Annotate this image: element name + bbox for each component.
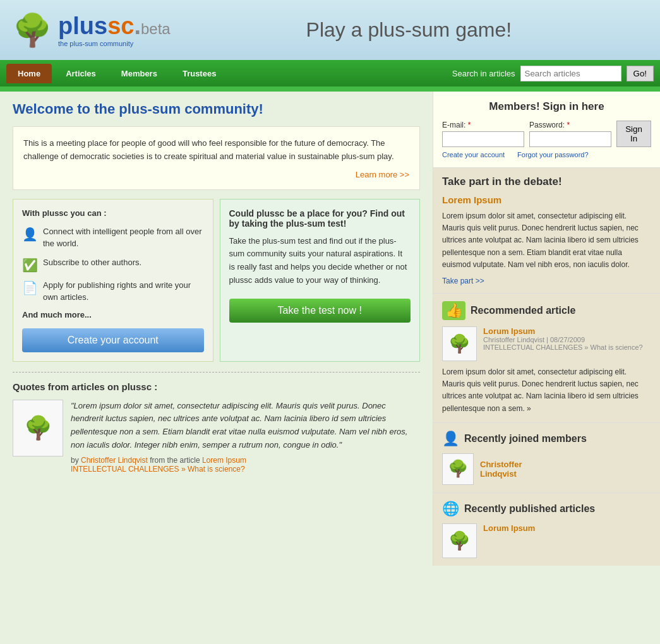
logo-text: plussc.beta the plus-sum community xyxy=(58,13,171,47)
members-header: 👤 Recently joined members xyxy=(442,431,651,447)
pub-article-title[interactable]: Lorum Ipsum xyxy=(483,523,535,533)
feature-text-2: Subscribe to other authors. xyxy=(43,256,141,269)
quote-text: "Lorem ipsum dolor sit amet, consectetur… xyxy=(71,400,420,452)
quote-article-link[interactable]: Lorem Ipsum xyxy=(202,456,246,465)
header-slogan: Play a plus-sum game! xyxy=(171,18,647,42)
subscribe-icon: ✅ xyxy=(22,258,38,273)
search-label: Search in articles xyxy=(452,69,515,78)
quote-category-link[interactable]: INTELLECTUAL CHALLENGES » What is scienc… xyxy=(71,465,245,474)
members-section: 👤 Recently joined members 🌳 Christoffer … xyxy=(433,423,660,493)
recommended-title: Recommended article xyxy=(471,305,575,316)
test-text: Take the plus-sum test and find out if t… xyxy=(229,235,411,287)
logo-dot: . xyxy=(134,13,141,39)
create-account-button[interactable]: Create your account xyxy=(22,328,204,352)
debate-text: Lorem ipsum dolor sit amet, consectetur … xyxy=(442,210,651,271)
member-item: 🌳 Christoffer Lindqvist xyxy=(442,453,651,485)
members-icon: 👤 xyxy=(442,431,459,447)
globe-icon: 🌐 xyxy=(442,501,459,517)
published-section: 🌐 Recently published articles 🌳 Lorum Ip… xyxy=(433,493,660,566)
debate-title: Take part in the debate! xyxy=(442,176,651,188)
search-button[interactable]: Go! xyxy=(627,66,654,81)
rec-article-title[interactable]: Lorum Ipsum xyxy=(483,326,643,336)
take-part-link[interactable]: Take part >> xyxy=(442,277,484,285)
create-account-link[interactable]: Create your account xyxy=(442,151,505,158)
nav-item-home[interactable]: Home xyxy=(6,64,52,83)
features-right: Could plussc be a place for you? Find ou… xyxy=(220,199,421,362)
quote-content: "Lorem ipsum dolor sit amet, consectetur… xyxy=(71,400,420,474)
nav-item-members[interactable]: Members xyxy=(110,64,169,83)
logo-tree-icon: 🌳 xyxy=(13,15,52,46)
feature-item-3: 📄 Apply for publishing rights and write … xyxy=(22,279,204,304)
quote-image: 🌳 xyxy=(13,400,63,456)
debate-section: Take part in the debate! Lorem Ipsum Lor… xyxy=(433,168,660,294)
recommended-section: 👍 Recommended article 🌳 Lorum Ipsum Chri… xyxy=(433,294,660,423)
email-required: * xyxy=(468,121,471,129)
thumbs-up-icon: 👍 xyxy=(442,301,465,320)
password-input[interactable] xyxy=(529,131,611,147)
rec-text: Lorem ipsum dolor sit amet, consectetur … xyxy=(442,366,651,415)
search-input[interactable] xyxy=(520,66,621,81)
logo-beta: beta xyxy=(141,20,171,37)
members-title: Recently joined members xyxy=(464,433,587,444)
rec-category: INTELLECTUAL CHALLENGES » What is scienc… xyxy=(483,343,643,351)
nav-links: Home Articles Members Trustees xyxy=(6,64,227,83)
features-title: With plussc you can : xyxy=(22,208,204,218)
forgot-password-link[interactable]: Forgot your password? xyxy=(517,151,589,158)
feature-item-1: 👤 Connect with intelligent people from a… xyxy=(22,225,204,250)
debate-article-title: Lorem Ipsum xyxy=(442,194,651,205)
logo-plus: plus xyxy=(58,13,107,39)
nav-item-trustees[interactable]: Trustees xyxy=(171,64,227,83)
member-name-first[interactable]: Christoffer xyxy=(480,460,522,469)
welcome-title: Welcome to the plus-sum community! xyxy=(13,101,420,117)
rec-author: Christoffer Lindqvist | 08/27/2009 xyxy=(483,336,643,343)
signin-section: Members! Sign in here E-mail: * Password… xyxy=(433,92,660,168)
nav-item-articles[interactable]: Articles xyxy=(54,64,107,83)
search-area: Search in articles Go! xyxy=(452,66,654,81)
quote-attribution: by Christoffer Lindqvist from the articl… xyxy=(71,456,420,474)
grass-divider xyxy=(0,86,660,92)
person-icon: 👤 xyxy=(22,227,38,242)
main-layout: Welcome to the plus-sum community! This … xyxy=(0,92,660,566)
recommended-header: 👍 Recommended article xyxy=(442,301,651,320)
intro-text: This is a meeting place for people of go… xyxy=(23,137,409,164)
take-test-button[interactable]: Take the test now ! xyxy=(229,299,411,323)
password-field-group: Password: * xyxy=(529,121,611,147)
email-input[interactable] xyxy=(442,131,524,147)
rec-article-info: Lorum Ipsum Christoffer Lindqvist | 08/2… xyxy=(483,326,643,361)
feature-text-3: Apply for publishing rights and write yo… xyxy=(43,279,204,304)
rec-article-image: 🌳 xyxy=(442,326,477,361)
features-left: With plussc you can : 👤 Connect with int… xyxy=(13,199,213,362)
password-label: Password: * xyxy=(529,121,611,129)
quote-by: by xyxy=(71,456,79,465)
features-right-title: Could plussc be a place for you? Find ou… xyxy=(229,208,411,229)
rec-article: 🌳 Lorum Ipsum Christoffer Lindqvist | 08… xyxy=(442,326,651,361)
signin-links: Create your account Forgot your password… xyxy=(442,151,651,158)
rec-date: 08/27/2009 xyxy=(550,336,585,343)
quote-author-link[interactable]: Christoffer Lindqvist xyxy=(81,456,148,465)
member-name-last[interactable]: Lindqvist xyxy=(480,469,522,479)
feature-item-2: ✅ Subscribe to other authors. xyxy=(22,256,204,273)
logo-area: 🌳 plussc.beta the plus-sum community xyxy=(13,13,171,47)
logo-sc: sc xyxy=(107,13,134,39)
intro-box: This is a meeting place for people of go… xyxy=(13,126,420,190)
and-more-text: And much more... xyxy=(22,310,204,319)
quotes-section: Quotes from articles on plussc : 🌳 "Lore… xyxy=(13,381,420,474)
logo-tagline: the plus-sum community xyxy=(58,40,171,47)
password-required: * xyxy=(567,121,570,129)
learn-more-link[interactable]: Learn more >> xyxy=(23,170,409,179)
feature-text-1: Connect with intelligent people from all… xyxy=(43,225,204,250)
pub-article: 🌳 Lorum Ipsum xyxy=(442,523,651,558)
rec-author-name: Christoffer Lindqvist xyxy=(483,336,544,343)
header: 🌳 plussc.beta the plus-sum community Pla… xyxy=(0,0,660,60)
published-title: Recently published articles xyxy=(464,503,595,515)
publish-icon: 📄 xyxy=(22,280,38,295)
email-label: E-mail: * xyxy=(442,121,524,129)
signin-button[interactable]: Sign In xyxy=(616,121,651,147)
quotes-title: Quotes from articles on plussc : xyxy=(13,381,420,392)
member-avatar: 🌳 xyxy=(442,453,474,485)
pub-article-image: 🌳 xyxy=(442,523,477,558)
quote-from-text: from the article xyxy=(150,456,200,465)
features-section: With plussc you can : 👤 Connect with int… xyxy=(13,199,420,362)
email-field-group: E-mail: * xyxy=(442,121,524,147)
member-name[interactable]: Christoffer Lindqvist xyxy=(480,460,522,479)
